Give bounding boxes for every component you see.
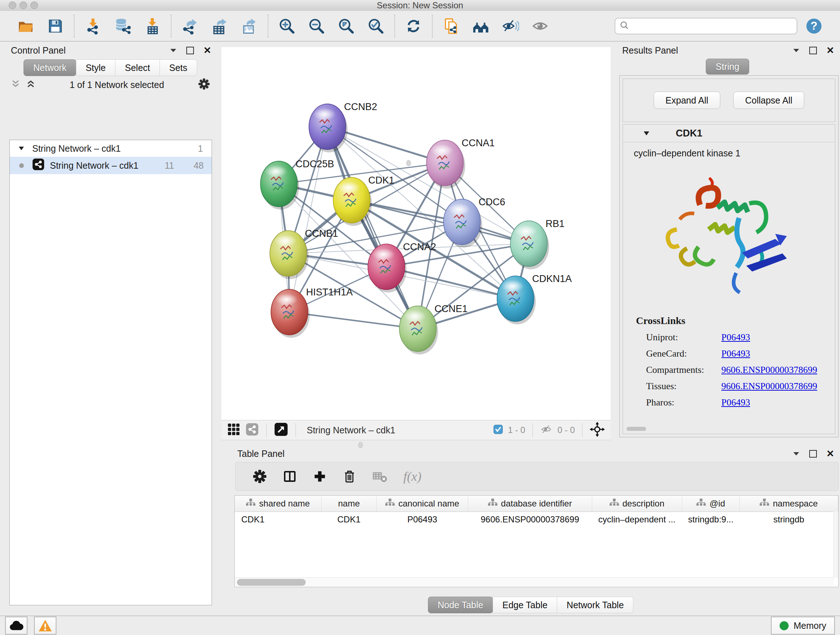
- node-table[interactable]: shared namenamecanonical namedatabase id…: [234, 495, 838, 587]
- column-header-description[interactable]: description: [592, 496, 682, 512]
- crosslink-link[interactable]: P06493: [722, 348, 750, 359]
- refresh-icon[interactable]: [403, 14, 424, 38]
- column-header-shared-name[interactable]: shared name: [235, 496, 321, 512]
- panel-close-icon[interactable]: ✕: [203, 46, 211, 55]
- table-cell[interactable]: stringdb: [739, 512, 838, 527]
- crosslink-link[interactable]: 9606.ENSP00000378699: [722, 381, 817, 392]
- table-cell[interactable]: stringdb:9...: [682, 512, 739, 527]
- table-scrollbar-thumb[interactable]: [237, 579, 306, 586]
- export-network-icon[interactable]: [180, 14, 201, 38]
- panel-collapse-icon[interactable]: [793, 451, 800, 456]
- tab-string[interactable]: String: [706, 59, 749, 74]
- search-field[interactable]: [632, 21, 797, 32]
- network-node-CCNB1[interactable]: CCNB1: [270, 228, 338, 279]
- panel-collapse-icon[interactable]: [170, 48, 177, 53]
- home-icon[interactable]: [470, 14, 491, 38]
- network-node-CCNE1[interactable]: CCNE1: [399, 303, 468, 355]
- fit-content-crosshair-icon[interactable]: [590, 422, 605, 439]
- cloud-button[interactable]: [5, 616, 27, 635]
- hidden-eye-icon[interactable]: [540, 424, 553, 436]
- expand-all-button[interactable]: Expand All: [654, 92, 720, 109]
- network-node-CDK1[interactable]: CDK1: [333, 175, 394, 226]
- collapse-all-networks-icon[interactable]: [11, 79, 20, 90]
- section-collapse-icon[interactable]: [643, 131, 650, 136]
- table-cell[interactable]: CDK1: [321, 512, 377, 527]
- network-options-gear-icon[interactable]: [198, 78, 210, 91]
- warning-icon: [38, 619, 52, 632]
- table-cell[interactable]: CDK1: [235, 512, 321, 527]
- memory-button[interactable]: Memory: [771, 616, 835, 635]
- column-label: canonical name: [398, 499, 459, 509]
- table-cell[interactable]: cyclin–dependent ...: [592, 512, 682, 527]
- add-column-icon[interactable]: [313, 470, 327, 483]
- copy-document-icon[interactable]: [441, 14, 462, 38]
- import-database-icon[interactable]: [112, 14, 133, 38]
- network-node-RB1[interactable]: RB1: [510, 218, 565, 269]
- expand-all-networks-icon[interactable]: [26, 79, 35, 90]
- tab-sets[interactable]: Sets: [159, 59, 197, 76]
- crosslink-row: Uniprot:P06493: [646, 332, 835, 343]
- edge-CCNB2-CCNE1[interactable]: [327, 127, 418, 329]
- tab-node-table[interactable]: Node Table: [428, 597, 493, 613]
- network-node-HIST1H1A[interactable]: HIST1H1A: [271, 287, 353, 338]
- tab-network[interactable]: Network: [24, 59, 76, 76]
- table-cell[interactable]: P06493: [377, 512, 468, 527]
- results-scrollbar-thumb[interactable]: [627, 427, 646, 431]
- tab-edge-table[interactable]: Edge Table: [493, 597, 557, 613]
- panel-float-icon[interactable]: [809, 450, 817, 458]
- tab-select[interactable]: Select: [115, 59, 159, 76]
- network-node-CDC25B[interactable]: CDC25B: [261, 158, 334, 210]
- crosslink-link[interactable]: 9606.ENSP00000378699: [722, 364, 817, 375]
- column-header-name[interactable]: name: [321, 496, 377, 512]
- network-share-icon[interactable]: [246, 423, 258, 437]
- export-image-icon[interactable]: [239, 14, 260, 38]
- collapse-all-button[interactable]: Collapse All: [733, 92, 805, 109]
- table-row[interactable]: CDK1CDK1P064939606.ENSP00000378699cyclin…: [235, 512, 838, 527]
- save-icon[interactable]: [45, 14, 66, 38]
- panel-close-icon[interactable]: ✕: [826, 449, 834, 458]
- search-input[interactable]: [615, 18, 797, 35]
- delete-column-icon[interactable]: [343, 470, 356, 483]
- panel-collapse-icon[interactable]: [793, 48, 800, 53]
- zoom-fit-icon[interactable]: [336, 14, 357, 38]
- panel-float-icon[interactable]: [186, 47, 194, 54]
- network-node-CCNB2[interactable]: CCNB2: [309, 101, 377, 152]
- zoom-out-icon[interactable]: [306, 14, 327, 38]
- grid-view-icon[interactable]: [227, 423, 240, 437]
- import-table-icon[interactable]: [142, 14, 163, 38]
- table-cell[interactable]: 9606.ENSP00000378699: [468, 512, 592, 527]
- tree-expand-icon[interactable]: [19, 146, 24, 150]
- crosslink-link[interactable]: P06493: [722, 332, 750, 343]
- network-canvas[interactable]: CCNB2CCNA1CDC25BCDK1CDC6RB1CCNB1CCNA2CDK…: [221, 47, 611, 420]
- column-header-database-identifier[interactable]: database identifier: [468, 496, 592, 512]
- zoom-selected-icon[interactable]: [365, 14, 386, 38]
- table-options-gear-icon[interactable]: [253, 470, 267, 483]
- zoom-in-icon[interactable]: [276, 14, 297, 38]
- network-node-CCNA1[interactable]: CCNA1: [426, 138, 495, 188]
- network-collection-row[interactable]: String Network – cdk1 1: [10, 140, 212, 157]
- network-node-CDKN1A[interactable]: CDKN1A: [497, 273, 572, 325]
- table-vertical-scrollbar[interactable]: [834, 511, 838, 578]
- splitter-handle[interactable]: [406, 160, 411, 166]
- crosslink-link[interactable]: P06493: [722, 397, 750, 408]
- warnings-button[interactable]: [34, 616, 57, 635]
- export-table-icon[interactable]: [209, 14, 230, 38]
- show-columns-icon[interactable]: [283, 469, 297, 484]
- selected-checkbox-icon[interactable]: [493, 424, 503, 435]
- column-header-canonical-name[interactable]: canonical name: [377, 496, 468, 512]
- birds-eye-view-icon[interactable]: [275, 423, 287, 437]
- open-folder-icon[interactable]: [15, 14, 36, 38]
- network-row-selected[interactable]: String Network – cdk1 11 48: [10, 157, 212, 174]
- tab-network-table[interactable]: Network Table: [557, 597, 633, 613]
- import-network-icon[interactable]: [82, 14, 103, 38]
- help-button[interactable]: ?: [805, 17, 823, 35]
- edge-CCNB2-HIST1H1A[interactable]: [289, 127, 327, 312]
- hide-eye-icon[interactable]: [500, 14, 521, 38]
- panel-close-icon[interactable]: ✕: [826, 46, 834, 55]
- network-node-CDC6[interactable]: CDC6: [444, 196, 505, 248]
- panel-float-icon[interactable]: [809, 47, 817, 54]
- table-horizontal-scrollbar[interactable]: [235, 578, 834, 587]
- column-header-id[interactable]: @id: [682, 496, 739, 512]
- tab-style[interactable]: Style: [76, 59, 116, 76]
- column-header-namespace[interactable]: namespace: [739, 496, 838, 512]
